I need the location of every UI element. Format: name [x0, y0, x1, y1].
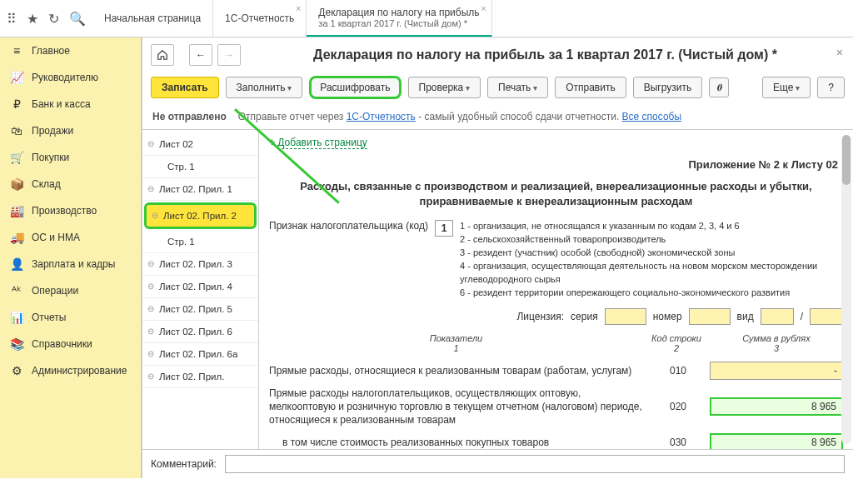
- all-ways-link[interactable]: Все способы: [622, 111, 682, 122]
- indicator-text: Прямые расходы, относящиеся к реализован…: [269, 364, 646, 377]
- sidebar-item[interactable]: 📚Справочники: [0, 331, 141, 357]
- tree-item[interactable]: Лист 02. Прил. 5: [142, 298, 258, 321]
- home-button[interactable]: [151, 44, 174, 66]
- number-input[interactable]: [689, 308, 731, 325]
- sidebar-label: Продажи: [32, 125, 73, 137]
- sidebar-item[interactable]: ⚙Администрирование: [0, 357, 141, 384]
- print-button[interactable]: Печать: [487, 77, 548, 98]
- sidebar-item[interactable]: ᴬᵏОперации: [0, 277, 141, 304]
- tree-item[interactable]: Лист 02. Прил. 1: [142, 178, 258, 201]
- sidebar-label: Склад: [32, 178, 61, 190]
- scrollbar[interactable]: [841, 135, 851, 444]
- fill-button[interactable]: Заполнить: [226, 77, 303, 98]
- sidebar-item[interactable]: ≡Главное: [0, 37, 141, 64]
- sidebar: ≡Главное📈Руководителю₽Банк и касса🛍Прода…: [0, 37, 142, 478]
- type-input-1[interactable]: [761, 308, 794, 325]
- sidebar-icon: 🚚: [10, 231, 23, 244]
- sum-cell[interactable]: 8 965: [710, 397, 843, 416]
- sidebar-icon: 📈: [10, 71, 23, 84]
- form-title: Расходы, связанные с производством и реа…: [269, 174, 843, 217]
- tree-item[interactable]: Лист 02. Прил. 4: [142, 276, 258, 298]
- data-row: Прямые расходы, относящиеся к реализован…: [269, 358, 843, 383]
- sidebar-item[interactable]: 📈Руководителю: [0, 64, 141, 91]
- decode-button[interactable]: Расшифровать: [309, 76, 401, 99]
- main-container: ≡Главное📈Руководителю₽Банк и касса🛍Прода…: [0, 37, 853, 478]
- indicator-text: в том числе стоимость реализованных поку…: [269, 436, 646, 449]
- indicator-text: Прямые расходы налогоплательщиков, осуще…: [269, 387, 646, 427]
- sum-cell[interactable]: 8 965: [710, 433, 843, 449]
- close-icon[interactable]: ×: [296, 3, 301, 13]
- data-row: Прямые расходы налогоплательщиков, осуще…: [269, 383, 843, 431]
- forward-button[interactable]: →: [217, 44, 241, 66]
- content-row: Лист 02Стр. 1Лист 02. Прил. 1Лист 02. Пр…: [142, 129, 853, 449]
- comment-input[interactable]: [225, 455, 845, 473]
- scroll-thumb[interactable]: [842, 135, 851, 185]
- apps-icon[interactable]: ⠿: [7, 11, 17, 27]
- data-row: в том числе стоимость реализованных поку…: [269, 430, 843, 449]
- tab-home[interactable]: Начальная страница: [92, 0, 213, 37]
- sidebar-icon: 🛍: [10, 124, 23, 137]
- sidebar-item[interactable]: 🛒Покупки: [0, 144, 141, 171]
- sidebar-item[interactable]: 📦Склад: [0, 171, 141, 197]
- reporting-link[interactable]: 1С-Отчетность: [347, 111, 416, 122]
- tree-item[interactable]: Лист 02: [142, 133, 258, 156]
- star-icon[interactable]: ★: [27, 11, 38, 27]
- type-label: вид: [737, 311, 754, 322]
- license-label: Лицензия:: [516, 311, 564, 322]
- tree-item[interactable]: Лист 02. Прил.: [142, 366, 258, 388]
- save-button[interactable]: Записать: [151, 77, 219, 98]
- sidebar-label: Администрирование: [32, 365, 127, 377]
- status-row: Не отправлено Отправьте отчет через 1С-О…: [142, 107, 853, 129]
- tree-item[interactable]: Стр. 1: [142, 156, 258, 178]
- attach-button[interactable]: 𝟎: [709, 77, 729, 97]
- home-icon: [157, 49, 168, 61]
- main-panel: ← → Декларация по налогу на прибыль за 1…: [142, 37, 853, 478]
- tree-item[interactable]: Стр. 1: [142, 231, 258, 253]
- document-title: Декларация по налогу на прибыль за 1 ква…: [246, 47, 845, 62]
- comment-label: Комментарий:: [151, 458, 217, 470]
- sidebar-item[interactable]: 🚚ОС и НМА: [0, 224, 141, 251]
- status-hint: Отправьте отчет через 1С-Отчетность - са…: [238, 111, 681, 122]
- page-tree[interactable]: Лист 02Стр. 1Лист 02. Прил. 1Лист 02. Пр…: [142, 130, 259, 449]
- back-button[interactable]: ←: [189, 44, 212, 66]
- tab-reporting[interactable]: 1С-Отчетность ×: [213, 0, 307, 37]
- sidebar-item[interactable]: 🏭Производство: [0, 197, 141, 224]
- sidebar-icon: 🛒: [10, 151, 23, 164]
- tab-label: Начальная страница: [104, 12, 201, 24]
- sidebar-item[interactable]: ₽Банк и касса: [0, 91, 141, 117]
- series-input[interactable]: [605, 308, 646, 325]
- taxpayer-label: Признак налогоплательщика (код): [269, 220, 428, 232]
- type-input-2[interactable]: [810, 308, 843, 325]
- taxpayer-code[interactable]: 1: [435, 220, 453, 237]
- check-button[interactable]: Проверка: [408, 77, 481, 98]
- tree-item[interactable]: Лист 02. Прил. 6: [142, 321, 258, 343]
- sum-cell[interactable]: -: [710, 362, 843, 380]
- tree-item[interactable]: Лист 02. Прил. 3: [142, 253, 258, 276]
- send-status: Не отправлено: [152, 111, 227, 122]
- tree-item[interactable]: Лист 02. Прил. 2: [144, 202, 257, 229]
- row-code: 010: [653, 365, 703, 377]
- row-code: 030: [653, 437, 703, 448]
- tab-declaration[interactable]: Декларация по налогу на прибыль за 1 ква…: [307, 0, 491, 37]
- export-button[interactable]: Выгрузить: [633, 77, 703, 98]
- sidebar-icon: ⚙: [10, 364, 23, 377]
- sidebar-item[interactable]: 👤Зарплата и кадры: [0, 251, 141, 277]
- tab-strip: Начальная страница 1С-Отчетность × Декла…: [92, 0, 853, 37]
- close-icon[interactable]: ×: [481, 3, 486, 13]
- license-row: Лицензия: серия номер вид /: [269, 303, 843, 332]
- help-button[interactable]: ?: [817, 77, 845, 98]
- send-button[interactable]: Отправить: [555, 77, 626, 98]
- close-icon[interactable]: ×: [836, 46, 843, 59]
- sidebar-icon: ≡: [10, 44, 23, 57]
- add-page-link[interactable]: Добавить страницу: [277, 137, 367, 149]
- sidebar-label: Зарплата и кадры: [32, 258, 115, 270]
- search-icon[interactable]: 🔍: [69, 11, 86, 27]
- tree-item[interactable]: Лист 02. Прил. 6а: [142, 343, 258, 366]
- sidebar-item[interactable]: 🛍Продажи: [0, 117, 141, 144]
- sidebar-item[interactable]: 📊Отчеты: [0, 304, 141, 331]
- history-icon[interactable]: ↻: [48, 11, 59, 27]
- sidebar-icon: 👤: [10, 257, 23, 271]
- more-button[interactable]: Еще: [762, 77, 811, 98]
- sidebar-label: Операции: [32, 285, 78, 297]
- number-label: номер: [653, 311, 682, 322]
